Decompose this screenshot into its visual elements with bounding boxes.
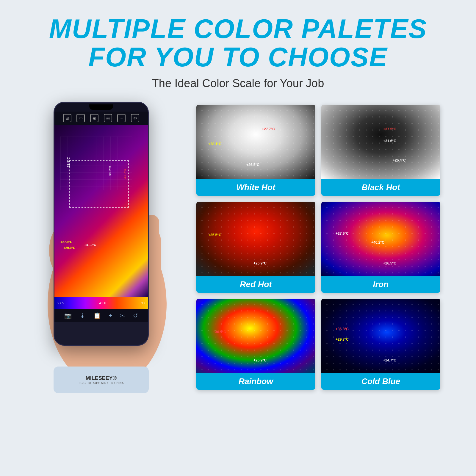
card-white-hot: +27.7°C +28.1°C +26.5°C White Hot xyxy=(196,105,315,196)
colorbar-min: 27.9 xyxy=(57,301,64,305)
temp-iron-2: +40.2°C xyxy=(371,240,384,245)
bottom-icon-3[interactable]: 📋 xyxy=(93,312,101,319)
phone-container: ⊞ ▭ ◉ ◎ − ⚙ 29.5°C 30.0°C 33.5°C +27.9°C xyxy=(36,102,178,369)
toolbar-icon-5[interactable]: − xyxy=(117,114,126,122)
card-rainbow: +36.9°C +26.9°C Rainbow xyxy=(196,299,315,390)
toolbar-icon-2[interactable]: ▭ xyxy=(76,114,85,122)
temp-white-hot-3: +26.5°C xyxy=(246,163,259,167)
temp-rainbow-1: +36.9°C xyxy=(213,330,226,334)
temp-iron-3: +26.5°C xyxy=(383,261,396,265)
toolbar-icon-4[interactable]: ◎ xyxy=(104,114,112,122)
phone-hand-wrapper: ⊞ ▭ ◉ ◎ − ⚙ 29.5°C 30.0°C 33.5°C +27.9°C xyxy=(36,102,178,369)
card-red-hot: +35.6°C +26.9°C Red Hot xyxy=(196,202,315,293)
bottom-icon-1[interactable]: 📷 xyxy=(64,312,72,319)
phone-colorbar: 27.9 41.0 °C xyxy=(54,297,148,309)
phone-bottom-bar: 📷 🌡 📋 + ✂ ↺ xyxy=(54,309,148,322)
label-iron: Iron xyxy=(321,276,440,293)
temp-white-hot-1: +27.7°C xyxy=(262,127,275,131)
label-black-hot: Black Hot xyxy=(321,179,440,196)
phone-top-bar xyxy=(54,103,148,112)
img-rainbow: +36.9°C +26.9°C xyxy=(196,299,315,373)
screen-temp-3: 33.5°C xyxy=(123,169,127,179)
card-black-hot: +37.5°C +31.6°C +26.4°C Black Hot xyxy=(321,105,440,196)
label-red-hot: Red Hot xyxy=(196,276,315,293)
bottom-icon-2[interactable]: 🌡 xyxy=(80,312,86,319)
bottom-icon-4[interactable]: + xyxy=(109,312,112,319)
device-cert: FC CE ⊠ ROHS MADE IN CHINA xyxy=(79,381,124,385)
screen-temp-1: 29.5°C xyxy=(67,157,70,167)
colorbar-max: 41.0 xyxy=(99,301,106,305)
phone-thermal-screen: 29.5°C 30.0°C 33.5°C +27.9°C +29.0°C +41… xyxy=(54,125,148,297)
toolbar-icon-1[interactable]: ⊞ xyxy=(63,114,71,122)
phone-toolbar: ⊞ ▭ ◉ ◎ − ⚙ xyxy=(54,112,148,125)
subtitle: The Ideal Color Scale for Your Job xyxy=(49,77,427,90)
toolbar-icon-6[interactable]: ⚙ xyxy=(131,114,139,122)
img-black-hot: +37.5°C +31.6°C +26.4°C xyxy=(321,105,440,179)
main-title: MULTIPLE COLOR PALETES FOR YOU TO CHOOSE xyxy=(49,15,427,71)
temp-cold-blue-1: +36.8°C xyxy=(336,327,349,331)
temp-red-hot-2: +26.9°C xyxy=(253,261,267,265)
temp-iron-1: +27.9°C xyxy=(336,231,349,236)
header-section: MULTIPLE COLOR PALETES FOR YOU TO CHOOSE… xyxy=(37,0,439,96)
thermal-grid: +27.7°C +28.1°C +26.5°C White Hot +37.5°… xyxy=(196,105,440,390)
phone-notch xyxy=(89,104,113,110)
temp-red-hot-1: +35.6°C xyxy=(208,233,221,237)
card-iron: +27.9°C +40.2°C +26.5°C Iron xyxy=(321,202,440,293)
screen-temp-4: +27.9°C xyxy=(60,240,72,244)
thermal-selection-box xyxy=(69,160,129,208)
temp-black-hot-1: +37.5°C xyxy=(383,127,396,131)
card-cold-blue: +36.8°C +29.7°C +24.7°C Cold Blue xyxy=(321,299,440,390)
img-white-hot: +27.7°C +28.1°C +26.5°C xyxy=(196,105,315,179)
dots-cold-blue xyxy=(321,299,440,373)
img-iron: +27.9°C +40.2°C +26.5°C xyxy=(321,202,440,276)
label-cold-blue: Cold Blue xyxy=(321,373,440,390)
colorbar-unit: °C xyxy=(141,301,145,305)
bottom-icon-6[interactable]: ↺ xyxy=(133,312,138,319)
bottom-icon-5[interactable]: ✂ xyxy=(120,312,125,319)
toolbar-icon-3[interactable]: ◉ xyxy=(90,114,98,122)
label-white-hot: White Hot xyxy=(196,179,315,196)
content-area: ⊞ ▭ ◉ ◎ − ⚙ 29.5°C 30.0°C 33.5°C +27.9°C xyxy=(0,102,476,390)
device-brand: MILESEEY® xyxy=(86,375,117,381)
temp-rainbow-2: +26.9°C xyxy=(253,358,267,362)
label-rainbow: Rainbow xyxy=(196,373,315,390)
dots-iron xyxy=(321,202,440,276)
temp-cold-blue-3: +24.7°C xyxy=(383,358,396,362)
phone-body: ⊞ ▭ ◉ ◎ − ⚙ 29.5°C 30.0°C 33.5°C +27.9°C xyxy=(54,102,149,346)
img-cold-blue: +36.8°C +29.7°C +24.7°C xyxy=(321,299,440,373)
device-box: MILESEEY® FC CE ⊠ ROHS MADE IN CHINA xyxy=(54,367,149,393)
temp-black-hot-2: +31.6°C xyxy=(383,139,396,143)
screen-temp-5: +29.0°C xyxy=(63,246,75,250)
screen-temp-2: 30.0°C xyxy=(108,166,112,176)
img-red-hot: +35.6°C +26.9°C xyxy=(196,202,315,276)
temp-cold-blue-2: +29.7°C xyxy=(336,337,349,342)
temp-black-hot-3: +26.4°C xyxy=(393,158,406,162)
temp-white-hot-2: +28.1°C xyxy=(208,142,221,146)
screen-temp-6: +41.0°C xyxy=(84,243,96,247)
dots-black-hot xyxy=(321,105,440,179)
